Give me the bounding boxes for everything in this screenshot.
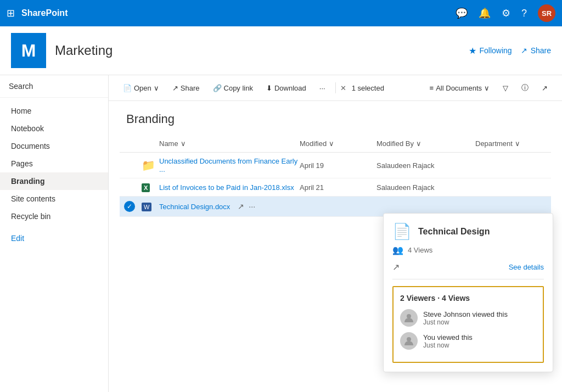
sidebar-nav: Home Notebook Documents Pages Branding S…: [0, 98, 108, 229]
popup-docx-icon: 📄: [392, 222, 412, 240]
avatar-you: [400, 332, 418, 350]
sidebar-item-notebook[interactable]: Notebook: [0, 120, 108, 137]
avatar-steve: [400, 309, 418, 327]
sidebar-edit-link[interactable]: Edit: [0, 229, 108, 247]
sidebar-item-pages[interactable]: Pages: [0, 155, 108, 172]
sidebar-item-recycle-bin[interactable]: Recycle bin: [0, 208, 108, 225]
clear-selection-icon[interactable]: ✕: [340, 84, 346, 92]
check-icon: ✓: [124, 201, 135, 212]
xlsx-icon: X: [142, 183, 150, 192]
col-name[interactable]: Name ∨: [159, 139, 300, 148]
col-modified[interactable]: Modified ∨: [300, 139, 376, 148]
popup-header: 📄 Technical Design: [392, 222, 544, 240]
main-layout: Search Home Notebook Documents Pages Bra…: [0, 75, 562, 392]
col-modified-by-label: Modified By: [376, 139, 414, 148]
folder-icon: 📁: [142, 159, 155, 171]
viewers-box: 2 Viewers · 4 Views Steve Johnson viewed…: [392, 286, 544, 363]
topbar: ⊞ SharePoint 💬 🔔 ⚙ ? SR: [0, 0, 562, 26]
share-button[interactable]: ↗ Share: [521, 46, 551, 55]
more-label: ···: [319, 84, 325, 92]
col-modified-label: Modified: [300, 139, 327, 148]
file-modified: April 21: [300, 183, 376, 192]
toolbar-share-icon: ↗: [172, 84, 178, 92]
more-button[interactable]: ···: [314, 81, 331, 96]
col-department[interactable]: Department ∨: [475, 139, 547, 148]
table-row[interactable]: 📁 Unclassified Documents from Finance Ea…: [120, 153, 551, 178]
download-button[interactable]: ⬇ Download: [261, 81, 312, 96]
viewer-info: You viewed this Just now: [423, 333, 473, 349]
sidebar: Search Home Notebook Documents Pages Bra…: [0, 75, 109, 392]
info-button[interactable]: ⓘ: [516, 80, 534, 96]
all-documents-label: All Documents: [436, 84, 482, 92]
star-icon: ★: [469, 46, 476, 56]
sidebar-search[interactable]: Search: [0, 75, 108, 98]
viewer-time: Just now: [423, 341, 473, 349]
popup-card: 📄 Technical Design 👥 4 Views ↗ See detai…: [383, 213, 553, 372]
see-details-link[interactable]: See details: [509, 263, 544, 271]
site-logo: M: [11, 33, 46, 68]
chat-icon[interactable]: 💬: [456, 7, 468, 19]
table-row[interactable]: X List of Invoices to be Paid in Jan-201…: [120, 178, 551, 197]
sort-modified-icon: ∨: [329, 139, 334, 148]
row-actions: ↗ ···: [238, 202, 255, 211]
toolbar: 📄 Open ∨ ↗ Share 🔗 Copy link ⬇ Download …: [109, 75, 562, 101]
sort-modified-by-icon: ∨: [416, 139, 422, 148]
expand-button[interactable]: ↗: [536, 81, 553, 96]
viewer-item: Steve Johnson viewed this Just now: [400, 309, 536, 327]
download-icon: ⬇: [266, 84, 272, 92]
avatar[interactable]: SR: [538, 4, 555, 22]
sidebar-item-site-contents[interactable]: Site contents: [0, 190, 108, 208]
sidebar-item-home[interactable]: Home: [0, 102, 108, 120]
site-header: M Marketing ★ Following ↗ Share: [0, 26, 562, 75]
viewer-time: Just now: [423, 318, 508, 326]
row-share-button[interactable]: ↗: [238, 202, 244, 211]
help-icon[interactable]: ?: [521, 8, 527, 19]
sidebar-item-documents[interactable]: Documents: [0, 137, 108, 155]
content-area: 📄 Open ∨ ↗ Share 🔗 Copy link ⬇ Download …: [109, 75, 562, 392]
bell-icon[interactable]: 🔔: [479, 7, 491, 19]
folder-title: Branding: [109, 101, 562, 135]
views-count: 4 Views: [408, 246, 432, 254]
following-button[interactable]: ★ Following: [469, 46, 512, 56]
open-button[interactable]: 📄 Open ∨: [117, 81, 165, 96]
popup-title: Technical Design: [418, 227, 490, 237]
svg-point-1: [407, 337, 411, 341]
grid-icon[interactable]: ⊞: [7, 7, 15, 19]
copy-link-button[interactable]: 🔗 Copy link: [207, 81, 258, 96]
info-icon: ⓘ: [521, 83, 529, 93]
following-label: Following: [480, 46, 512, 55]
table-row[interactable]: ✓ W Technical Design.docx ↗ ···: [120, 197, 551, 217]
share-icon: ↗: [521, 46, 527, 55]
app-title: SharePoint: [21, 8, 68, 18]
col-modified-by[interactable]: Modified By ∨: [376, 139, 475, 148]
viewer-info: Steve Johnson viewed this Just now: [423, 310, 508, 326]
selected-count: 1 selected: [352, 84, 384, 92]
viewer-item: You viewed this Just now: [400, 332, 536, 350]
toolbar-right: ≡ All Documents ∨ ▽ ⓘ ↗: [424, 80, 553, 96]
file-name: List of Invoices to be Paid in Jan-2018.…: [159, 183, 300, 192]
file-modified: April 19: [300, 161, 376, 170]
sort-dept-icon: ∨: [515, 139, 520, 148]
all-documents-button[interactable]: ≡ All Documents ∨: [424, 81, 495, 96]
col-name-label: Name: [159, 139, 178, 148]
sort-icon: ∨: [181, 139, 186, 148]
link-icon: 🔗: [213, 84, 222, 92]
col-department-label: Department: [475, 139, 513, 148]
dropdown-chevron: ∨: [484, 84, 490, 92]
view-icon: ≡: [430, 84, 434, 92]
popup-actions: ↗ See details: [392, 262, 544, 279]
file-modified-by: Salaudeen Rajack: [376, 161, 475, 170]
viewer-name: You viewed this: [423, 333, 473, 341]
toolbar-share-button[interactable]: ↗ Share: [167, 81, 205, 96]
copy-link-label: Copy link: [224, 84, 253, 92]
filter-icon: ▽: [503, 84, 508, 92]
viewers-icon: 👥: [392, 245, 403, 255]
file-name: Technical Design.docx ↗ ···: [159, 202, 300, 211]
file-list-header: Name ∨ Modified ∨ Modified By ∨ Departme…: [120, 135, 551, 153]
filter-button[interactable]: ▽: [497, 81, 514, 96]
sidebar-item-branding[interactable]: Branding: [0, 172, 108, 190]
popup-share-icon[interactable]: ↗: [392, 262, 400, 272]
row-more-button[interactable]: ···: [249, 202, 255, 211]
selected-indicator: ✕ 1 selected: [340, 84, 384, 92]
settings-icon[interactable]: ⚙: [502, 7, 510, 19]
